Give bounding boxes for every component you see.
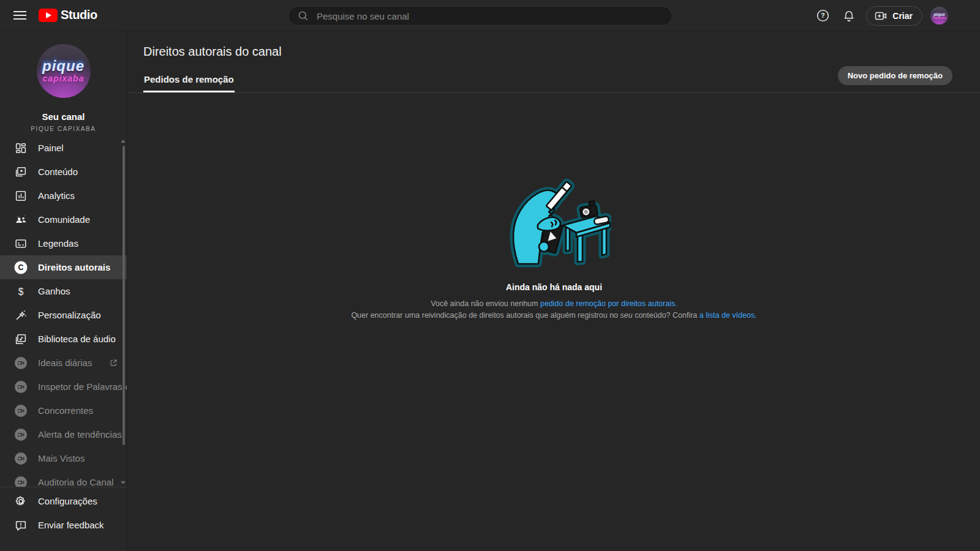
vidiq-icon: [13, 427, 28, 442]
external-link-icon: [109, 358, 118, 367]
sidebar-item-label: Biblioteca de áudio: [38, 334, 116, 344]
empty-line1-text: Você ainda não enviou nenhum: [431, 299, 540, 308]
sidebar-item-biblioteca-de-audio[interactable]: Biblioteca de áudio: [0, 327, 127, 351]
help-icon[interactable]: ?: [813, 7, 832, 25]
sidebar-item-label: Personalização: [38, 310, 101, 320]
vidiq-icon: [13, 475, 28, 487]
scrollbar-down-arrow[interactable]: [121, 481, 126, 484]
sidebar-item-label: Analytics: [38, 190, 75, 201]
channel-name: PIQUE CAPIXABA: [0, 126, 127, 132]
sidebar-item-label: Enviar feedback: [38, 520, 104, 530]
sidebar-item-configuracoes[interactable]: Configurações: [0, 489, 127, 513]
search-bar[interactable]: [288, 6, 673, 26]
empty-state-text: Você ainda não enviou nenhum pedido de r…: [351, 298, 756, 322]
sidebar-item-label: Painel: [38, 143, 64, 153]
sidebar-item-label: Concorrentes: [38, 405, 93, 416]
sidebar: pique capixaba Seu canal PIQUE CAPIXABA …: [0, 31, 127, 551]
copyright-icon: C: [13, 260, 28, 275]
sidebar-scrollbar[interactable]: [123, 146, 125, 445]
sidebar-item-comunidade[interactable]: Comunidade: [0, 208, 127, 231]
feedback-icon: [13, 518, 28, 533]
sidebar-item-conteudo[interactable]: Conteúdo: [0, 160, 127, 184]
sidebar-item-direitos-autorais[interactable]: CDireitos autorais: [0, 255, 127, 279]
vidiq-icon: [13, 403, 28, 418]
sidebar-item-personalizacao[interactable]: Personalização: [0, 303, 127, 327]
gear-icon: [13, 494, 28, 509]
youtube-studio-logo[interactable]: Studio: [39, 8, 97, 22]
topbar: Studio ? Criar pique capixaba: [0, 0, 980, 31]
sidebar-item-label: Configurações: [38, 496, 97, 506]
bell-icon[interactable]: [840, 7, 858, 25]
sidebar-item-auditoria-do-canal[interactable]: Auditoria do Canal: [0, 470, 127, 487]
sidebar-item-ideais-diarias[interactable]: Ideais diárias: [0, 351, 127, 375]
empty-line2-emphasis: seu: [620, 311, 633, 320]
sidebar-item-inspetor-de-palavras-chav[interactable]: Inspetor de Palavras-chav: [0, 375, 127, 399]
sidebar-item-label: Ganhos: [38, 286, 70, 296]
search-input[interactable]: [317, 11, 663, 21]
vidiq-icon: [13, 451, 28, 466]
empty-line2-text-a: Quer encontrar uma reivindicação de dire…: [351, 311, 620, 320]
tab-bar: Pedidos de remoção: [128, 70, 980, 93]
sidebar-item-label: Alerta de tendências: [38, 429, 122, 440]
svg-text:?: ?: [821, 12, 824, 19]
sidebar-item-label: Inspetor de Palavras-chav: [38, 381, 127, 392]
avatar-text: capixaba: [43, 73, 85, 84]
wand-icon: [13, 308, 28, 323]
sidebar-item-ganhos[interactable]: $Ganhos: [0, 279, 127, 303]
sidebar-item-label: Mais Vistos: [38, 453, 85, 463]
svg-text:$: $: [18, 286, 24, 296]
sidebar-menu: PainelConteúdoAnalyticsComunidadeLegenda…: [0, 136, 127, 487]
channel-avatar[interactable]: pique capixaba: [37, 44, 91, 98]
sidebar-item-painel[interactable]: Painel: [0, 136, 127, 160]
sidebar-item-legendas[interactable]: Legendas: [0, 231, 127, 255]
empty-state-illustration: [497, 163, 611, 268]
video-plus-icon: [874, 9, 888, 23]
sidebar-footer: ConfiguraçõesEnviar feedback: [0, 487, 127, 551]
account-avatar[interactable]: pique capixaba: [930, 7, 948, 24]
sidebar-item-label: Auditoria do Canal: [38, 477, 113, 487]
sidebar-item-analytics[interactable]: Analytics: [0, 184, 127, 208]
community-icon: [13, 212, 28, 227]
hamburger-icon[interactable]: [12, 9, 27, 22]
sidebar-item-alerta-de-tendencias[interactable]: Alerta de tendências: [0, 422, 127, 446]
sidebar-item-label: Ideais diárias: [38, 358, 92, 368]
removal-request-link[interactable]: pedido de remoção por direitos autorais.: [540, 299, 677, 308]
sidebar-item-label: Legendas: [38, 238, 78, 249]
sidebar-item-label: Conteúdo: [38, 167, 78, 177]
page-title: Direitos autorais do canal: [143, 45, 282, 59]
empty-state: Ainda não há nada aqui Você ainda não en…: [128, 163, 980, 322]
avatar-text: pique: [42, 59, 85, 73]
scrollbar-up-arrow[interactable]: [121, 140, 126, 143]
topbar-actions: ? Criar pique capixaba: [813, 0, 948, 31]
content-icon: [13, 165, 28, 179]
video-list-link[interactable]: a lista de vídeos.: [699, 311, 757, 320]
sidebar-item-enviar-feedback[interactable]: Enviar feedback: [0, 513, 127, 537]
channel-title: Seu canal: [0, 111, 127, 122]
audio-library-icon: [13, 332, 28, 347]
sidebar-item-label: Direitos autorais: [38, 262, 110, 272]
vidiq-icon: [13, 356, 28, 370]
sidebar-item-concorrentes[interactable]: Concorrentes: [0, 399, 127, 422]
analytics-icon: [13, 189, 28, 203]
tab-removal-requests[interactable]: Pedidos de remoção: [143, 70, 235, 92]
empty-state-heading: Ainda não há nada aqui: [506, 282, 602, 292]
create-button[interactable]: Criar: [866, 6, 922, 26]
main-content: Direitos autorais do canal Novo pedido d…: [128, 31, 980, 551]
logo-text: Studio: [61, 8, 97, 22]
vidiq-icon: [13, 380, 28, 394]
dashboard-icon: [13, 141, 28, 156]
avatar-text: capixaba: [933, 17, 946, 20]
empty-line2-text-b: conteúdo? Confira: [633, 311, 699, 320]
youtube-play-icon: [39, 9, 58, 22]
create-button-label: Criar: [892, 11, 913, 21]
svg-text:C: C: [18, 263, 23, 272]
sidebar-item-mais-vistos[interactable]: Mais Vistos: [0, 446, 127, 470]
sidebar-item-label: Comunidade: [38, 214, 90, 225]
subtitles-icon: [13, 236, 28, 251]
channel-profile[interactable]: pique capixaba Seu canal PIQUE CAPIXABA: [0, 31, 127, 132]
dollar-icon: $: [13, 284, 28, 299]
search-icon: [297, 10, 309, 22]
